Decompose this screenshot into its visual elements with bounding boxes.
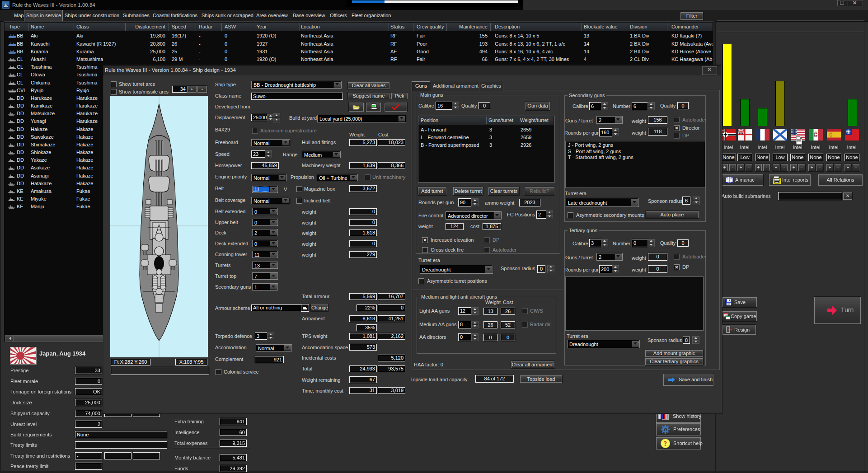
svg-text:?: ? (664, 440, 667, 447)
